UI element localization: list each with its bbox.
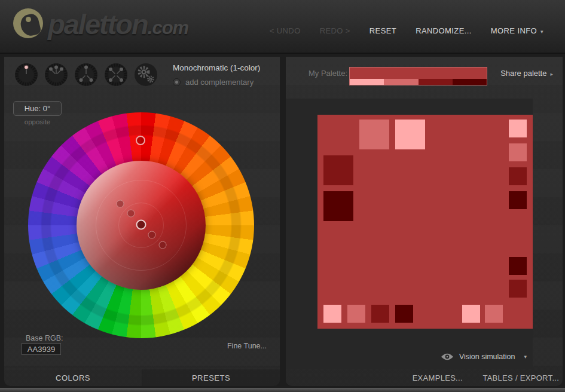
logo-domain-suffix: .com [148, 19, 188, 38]
preview-swatch [359, 120, 389, 149]
scheme-freestyle-gears-icon[interactable] [134, 63, 158, 87]
palette-shade-swatch [453, 79, 487, 85]
randomize-button[interactable]: RANDOMIZE... [416, 26, 472, 35]
preview-swatch [485, 305, 503, 323]
my-palette-strip [349, 67, 487, 85]
preview-subpanel: Vision simulation ▾ PREVIEW▾ [286, 99, 533, 369]
more-info-menu[interactable]: MORE INFO▾ [491, 26, 543, 35]
paletton-app: paletton .com < UNDO REDO > RESET RANDOM… [0, 0, 565, 392]
scheme-tetrad-icon[interactable] [104, 63, 128, 87]
left-tab-bar: COLORS PRESETS [4, 369, 280, 386]
scheme-monochromatic-icon[interactable] [14, 63, 38, 87]
paletton-logo-icon [13, 8, 43, 38]
add-complementary-radio[interactable] [173, 78, 181, 86]
preview-swatch [509, 120, 527, 137]
right-tab-bar: EXAMPLES... TABLES / EXPORT... [396, 369, 563, 386]
preview-swatch [395, 305, 413, 323]
preview-swatch [323, 155, 353, 185]
share-palette-link[interactable]: Share palette▸ [500, 69, 553, 78]
fine-tune-link[interactable]: Fine Tune... [227, 342, 267, 350]
preview-swatch [509, 280, 527, 298]
opposite-label: opposite [13, 118, 62, 125]
scheme-adjacent-icon[interactable] [44, 63, 68, 87]
preview-panel: My Palette: Share palette▸ Vision simula… [286, 57, 563, 386]
preview-swatch [395, 120, 425, 149]
vision-simulation-control[interactable]: Vision simulation ▾ [441, 353, 527, 361]
logo-wordmark: paletton [48, 11, 148, 38]
vision-simulation-label: Vision simulation [459, 353, 515, 361]
preview-canvas [317, 115, 533, 329]
scheme-info: Monochromatic (1-color) add complementar… [173, 63, 260, 87]
bottom-edge-strip [0, 388, 565, 392]
scheme-triad-icon[interactable] [74, 63, 98, 87]
app-header: paletton .com < UNDO REDO > RESET RANDOM… [0, 0, 565, 54]
variant-color-marker[interactable] [159, 241, 167, 249]
base-rgb-label: Base RGB: [26, 334, 63, 342]
palette-shades [350, 79, 487, 85]
add-complementary-label: add complementary [185, 78, 254, 87]
preview-swatch [347, 305, 365, 323]
preview-swatch [462, 305, 480, 323]
undo-button[interactable]: < UNDO [270, 26, 301, 35]
palette-base-color [350, 68, 487, 79]
preview-swatch [509, 167, 527, 185]
add-complementary-row: add complementary [173, 78, 260, 87]
my-palette-label: My Palette: [309, 69, 347, 78]
variant-color-marker[interactable] [117, 200, 124, 208]
hue-button[interactable]: Hue: 0° [13, 101, 62, 116]
tab-presets[interactable]: PRESETS [142, 369, 280, 386]
preview-swatch [371, 305, 389, 323]
preview-swatch [509, 191, 527, 209]
palette-shade-swatch [350, 79, 384, 85]
preview-swatch [323, 305, 341, 323]
tab-colors[interactable]: COLORS [4, 369, 142, 386]
preview-swatch [323, 191, 353, 221]
logo-dot [26, 17, 31, 22]
scheme-title: Monochromatic (1-color) [173, 63, 260, 72]
base-color-marker[interactable] [136, 220, 146, 230]
hue-ring-marker[interactable] [136, 136, 145, 145]
chevron-right-icon: ▸ [550, 71, 553, 77]
eye-icon [441, 353, 454, 361]
variant-color-marker[interactable] [127, 210, 135, 218]
redo-button[interactable]: REDO > [320, 26, 350, 35]
logo[interactable]: paletton .com [13, 8, 188, 38]
base-rgb-input[interactable] [22, 343, 61, 355]
logo-blob [19, 13, 42, 38]
reset-button[interactable]: RESET [369, 26, 396, 35]
variant-color-marker[interactable] [148, 231, 156, 239]
preview-swatch [509, 257, 527, 275]
chevron-down-icon: ▾ [524, 354, 527, 360]
preview-swatch [509, 143, 527, 161]
scheme-type-selector [14, 63, 158, 87]
header-nav: < UNDO REDO > RESET RANDOMIZE... MORE IN… [270, 26, 543, 35]
chevron-down-icon: ▾ [540, 29, 543, 35]
tab-examples[interactable]: EXAMPLES... [396, 369, 480, 386]
scheme-panel: Monochromatic (1-color) add complementar… [4, 57, 280, 386]
palette-shade-swatch [419, 79, 453, 85]
palette-shade-swatch [384, 79, 418, 85]
tab-tables-export[interactable]: TABLES / EXPORT... [480, 369, 563, 386]
